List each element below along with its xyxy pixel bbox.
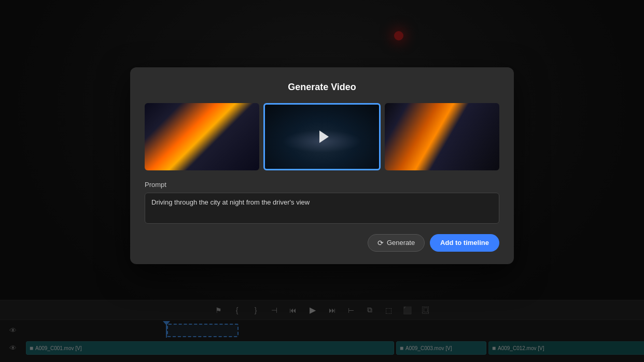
modal-overlay: Generate Video Prompt ⟳ Generate Add to …: [0, 0, 644, 362]
prompt-textarea[interactable]: [145, 193, 499, 224]
add-timeline-label: Add to timeline: [440, 239, 489, 247]
thumbnail-1[interactable]: [145, 103, 259, 170]
thumbnail-3[interactable]: [385, 103, 499, 170]
generate-button-label: Generate: [387, 239, 415, 247]
cursor-indicator: [319, 131, 329, 143]
thumbnail-2-selected[interactable]: [263, 103, 381, 170]
actions-row: ⟳ Generate Add to timeline: [145, 234, 499, 252]
add-to-timeline-button[interactable]: Add to timeline: [430, 234, 499, 252]
thumbnails-row: [145, 103, 499, 170]
prompt-label: Prompt: [145, 181, 499, 189]
modal-title: Generate Video: [145, 82, 499, 93]
generate-icon: ⟳: [377, 239, 384, 247]
generate-video-modal: Generate Video Prompt ⟳ Generate Add to …: [130, 67, 514, 264]
generate-button[interactable]: ⟳ Generate: [368, 234, 425, 252]
